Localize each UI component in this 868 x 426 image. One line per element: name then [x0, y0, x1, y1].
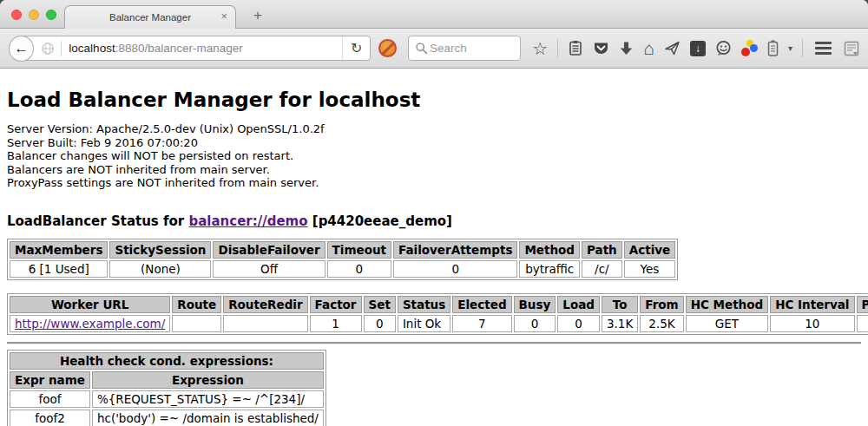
expr-name-cell: foof: [10, 390, 90, 408]
to-cell: 3.1K: [602, 315, 638, 332]
url-bar[interactable]: localhost:8880/balancer-manager ↻: [21, 36, 371, 61]
tab-close-icon[interactable]: ×: [220, 10, 227, 23]
column-header: FailoverAttempts: [393, 241, 517, 259]
bookmark-star-button[interactable]: ☆: [532, 40, 548, 57]
from-cell: 2.5K: [640, 315, 683, 332]
search-input[interactable]: [428, 41, 508, 56]
worker-url-link[interactable]: http://www.example.com/: [15, 317, 165, 331]
tab-bar: Balancer Manager × +: [0, 0, 868, 29]
column-header: Set: [364, 296, 396, 313]
send-tab-button[interactable]: [664, 40, 681, 56]
page-thumbnail-icon: [844, 41, 859, 56]
toolbar-icons: ☆ ⌂ ↓: [532, 39, 859, 57]
paper-plane-icon: [664, 40, 681, 56]
home-button[interactable]: ⌂: [643, 40, 654, 57]
table-header-row: Expr name Expression: [10, 371, 324, 389]
search-bar[interactable]: [408, 36, 521, 61]
section-divider: [7, 342, 861, 344]
pocket-icon: [593, 41, 609, 56]
column-header: To: [602, 296, 638, 313]
health-check-table-title: Health check cond. expressions:: [10, 352, 324, 370]
column-header: Worker URL: [10, 296, 170, 313]
column-header: Method: [519, 241, 580, 259]
video-download-button[interactable]: ↓: [690, 41, 706, 56]
blue-dot-icon: [750, 44, 758, 52]
expression-cell: %{REQUEST_STATUS} =~ /^[234]/: [92, 390, 324, 408]
url-host: localhost: [69, 42, 115, 55]
column-header: Timeout: [327, 241, 391, 259]
column-header: Path: [582, 241, 622, 259]
worker-url-cell: http://www.example.com/: [10, 315, 170, 332]
column-header: HC Method: [686, 296, 769, 313]
pocket-button[interactable]: [593, 41, 609, 56]
overflow-caret-icon[interactable]: ▾: [788, 43, 792, 53]
globe-icon: [41, 42, 55, 56]
passes-cell: 1 (0): [857, 315, 868, 332]
flashblock-extension-button[interactable]: [378, 39, 397, 57]
menu-button[interactable]: [815, 42, 832, 55]
table-row: 6 [1 Used] (None) Off 0 0 bytraffic /c/ …: [10, 260, 675, 278]
browser-window: Balancer Manager × + ← localhost:8880/ba…: [0, 0, 868, 426]
address-text[interactable]: localhost:8880/balancer-manager: [69, 42, 342, 55]
hc-method-cell: GET: [686, 315, 769, 332]
back-button[interactable]: ←: [9, 36, 34, 62]
star-icon: ☆: [532, 40, 548, 57]
hc-interval-cell: 10: [770, 315, 854, 332]
disable-failover-cell: Off: [213, 260, 325, 278]
timeout-cell: 0: [327, 260, 391, 278]
downloadhelper-button[interactable]: [741, 40, 758, 56]
tab-balancer-manager[interactable]: Balancer Manager ×: [64, 5, 236, 29]
table-row: http://www.example.com/ 1 0 Init Ok 7 0 …: [10, 315, 868, 332]
red-dot-icon: [741, 48, 750, 56]
reload-button[interactable]: ↻: [342, 36, 370, 60]
sticky-session-cell: (None): [109, 260, 211, 278]
column-header: DisableFailover: [213, 241, 325, 259]
downloads-button[interactable]: [619, 41, 634, 56]
table-header-row: MaxMembers StickySession DisableFailover…: [10, 241, 675, 259]
busy-cell: 0: [514, 315, 556, 332]
search-icon: [415, 42, 428, 55]
route-cell: [172, 315, 221, 332]
tab-title: Balancer Manager: [109, 12, 191, 23]
column-header: Route: [172, 296, 221, 313]
table-title-row: Health check cond. expressions:: [10, 352, 324, 370]
minimize-window-button[interactable]: [29, 10, 39, 20]
download-square-icon: ↓: [695, 43, 700, 55]
inherit-notice-line: Balancers are NOT inherited from main se…: [7, 163, 861, 177]
toolbar-divider: [802, 39, 803, 57]
expr-name-cell: foof2: [10, 410, 90, 426]
zoom-window-button[interactable]: [46, 10, 56, 20]
column-header: Passes: [857, 296, 868, 313]
path-cell: /c/: [582, 260, 622, 278]
window-controls: [11, 10, 56, 20]
active-cell: Yes: [624, 260, 676, 278]
balancer-demo-link[interactable]: balancer://demo: [188, 213, 307, 229]
server-built-line: Server Built: Feb 9 2016 07:00:20: [7, 136, 861, 150]
status-cell: Init Ok: [398, 315, 450, 332]
balancer-settings-table: MaxMembers StickySession DisableFailover…: [7, 239, 678, 280]
column-header: Load: [557, 296, 600, 313]
feedback-button[interactable]: [715, 40, 732, 56]
pageshot-button[interactable]: [844, 41, 859, 56]
reload-icon: ↻: [351, 40, 362, 56]
back-icon: ←: [14, 40, 29, 57]
column-header: Factor: [310, 296, 362, 313]
method-cell: bytraffic: [519, 260, 580, 278]
load-cell: 0: [557, 315, 600, 332]
health-check-table: Health check cond. expressions: Expr nam…: [7, 350, 326, 426]
extension-battery-button[interactable]: [767, 40, 779, 56]
home-icon: ⌂: [643, 40, 654, 57]
column-header: Expression: [92, 371, 324, 389]
server-info: Server Version: Apache/2.5.0-dev (Unix) …: [7, 122, 861, 190]
route-redir-cell: [223, 315, 307, 332]
expression-cell: hc('body') =~ /domain is established/: [92, 410, 324, 426]
new-tab-button[interactable]: +: [248, 7, 267, 24]
close-window-button[interactable]: [11, 10, 22, 20]
status-heading-prefix: LoadBalancer Status for: [7, 213, 184, 229]
column-header: Status: [398, 296, 450, 313]
clipboard-icon: [568, 40, 583, 56]
url-path: :8880/balancer-manager: [115, 42, 243, 55]
hamburger-icon: [815, 42, 832, 44]
persist-notice-line: Balancer changes will NOT be persisted o…: [7, 149, 861, 163]
reading-list-button[interactable]: [568, 40, 583, 56]
